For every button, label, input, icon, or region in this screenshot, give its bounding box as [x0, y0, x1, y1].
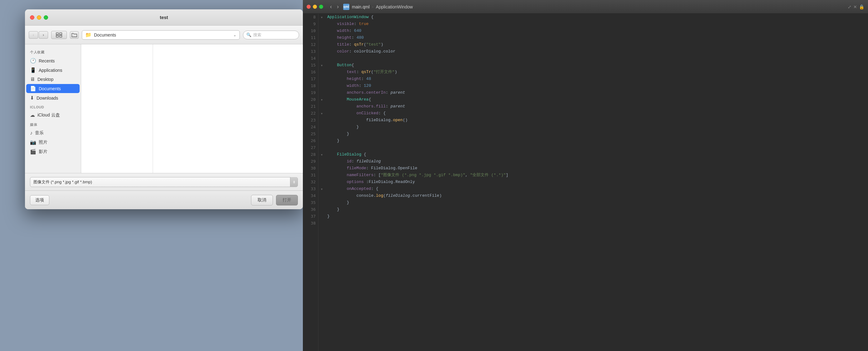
code-token: ApplicationWindow [327, 14, 369, 21]
sidebar-item-movies[interactable]: 🎬 影片 [26, 147, 80, 156]
sidebar-item-recents[interactable]: 🕐 Recents [26, 56, 80, 65]
code-token: : [385, 89, 391, 96]
line-number: 17 [311, 75, 316, 83]
code-line: width: 120 [327, 83, 868, 89]
file-dialog: test ‹ › 📁 Documents ⌄ 🔍 搜索 [25, 9, 303, 209]
fold-arrow[interactable]: ▾ [320, 151, 323, 158]
line-number: 35 [311, 199, 316, 206]
code-content[interactable]: ApplicationWindow { visible: true width:… [325, 14, 868, 351]
code-line: } [327, 206, 868, 213]
line-number: 33 [311, 186, 316, 192]
fold-arrow [320, 75, 323, 83]
line-number: 22 [311, 110, 316, 117]
fold-arrow [320, 199, 323, 206]
close-button[interactable] [30, 15, 34, 20]
view-toggle-button[interactable] [51, 31, 67, 39]
fold-arrow [320, 34, 323, 41]
qt-forward-button[interactable]: › [335, 3, 341, 11]
fold-arrow [320, 48, 323, 55]
toolbar: ‹ › 📁 Documents ⌄ 🔍 搜索 [25, 26, 303, 44]
window-title: test [160, 15, 168, 20]
qt-maximize-button[interactable] [319, 5, 323, 9]
code-token: ) [395, 69, 397, 75]
fold-arrow [320, 131, 323, 137]
fold-arrow[interactable]: ▾ [320, 14, 323, 21]
qt-close-icon[interactable]: ✕ [853, 4, 857, 9]
downloads-icon: ⬇ [30, 95, 34, 101]
code-token: "test" [366, 41, 381, 48]
sidebar-label-applications: Applications [39, 68, 62, 73]
qt-expand-icon[interactable]: ⤢ [848, 4, 851, 9]
fold-arrow[interactable]: ▾ [320, 96, 323, 103]
line-number: 8 [313, 14, 316, 21]
location-bar[interactable]: 📁 Documents ⌄ [82, 30, 240, 40]
code-line: ApplicationWindow { [327, 14, 868, 21]
fold-arrow [320, 83, 323, 89]
fold-arrow [320, 179, 323, 186]
file-type-select[interactable]: 图像文件 (*.png *.jpg *.gif *.bmp) [30, 177, 298, 187]
sidebar-item-desktop[interactable]: 🖥 Desktop [26, 75, 80, 84]
code-line: options :FileDialog.ReadOnly [327, 179, 868, 186]
qt-back-button[interactable]: ‹ [328, 3, 334, 11]
code-line: MouseArea{ [327, 96, 868, 103]
code-token: visible [327, 21, 354, 28]
music-icon: ♪ [30, 130, 32, 136]
fold-arrow [320, 28, 323, 34]
code-token: : [366, 165, 371, 172]
qt-lock-icon[interactable]: 🔒 [859, 4, 864, 9]
sidebar-item-music[interactable]: ♪ 音乐 [26, 129, 80, 137]
open-button[interactable]: 打开 [276, 195, 298, 205]
code-token: } [327, 131, 349, 137]
line-numbers: 8910111213141516171819202122232425262728… [303, 14, 318, 351]
forward-button[interactable]: › [39, 31, 48, 39]
code-token: : [385, 103, 391, 110]
sidebar-item-downloads[interactable]: ⬇ Downloads [26, 93, 80, 102]
code-token: console [327, 192, 373, 199]
code-token: anchors.centerIn [327, 89, 385, 96]
qt-minimize-button[interactable] [313, 5, 317, 9]
search-placeholder: 搜索 [253, 32, 261, 38]
qt-creator-title-bar: ‹ › qml main.qml › ApplicationWindow ⤢ ✕… [303, 0, 868, 14]
fold-arrow[interactable]: ▾ [320, 62, 323, 69]
sidebar-item-applications[interactable]: 📱 Applications [26, 66, 80, 75]
sidebar-item-icloud[interactable]: ☁ iCloud 云盘 [26, 110, 80, 120]
code-token: parent [391, 89, 405, 96]
folder-icon: 📁 [85, 32, 91, 38]
code-token: height [327, 75, 361, 83]
cancel-button[interactable]: 取消 [251, 195, 273, 205]
code-token: .currentFile) [410, 192, 441, 199]
code-token: width [327, 28, 349, 34]
code-line: } [327, 137, 868, 144]
line-number: 30 [311, 165, 316, 172]
back-button[interactable]: ‹ [29, 31, 38, 39]
code-line: anchors.fill: parent [327, 103, 868, 110]
code-token: :FileDialog.ReadOnly [364, 179, 415, 186]
file-column-empty [153, 44, 303, 173]
maximize-button[interactable] [44, 15, 48, 20]
code-line [327, 55, 868, 62]
content-area: 个人收藏 🕐 Recents 📱 Applications 🖥 Desktop … [25, 44, 303, 173]
line-number: 36 [311, 206, 316, 213]
search-bar[interactable]: 🔍 搜索 [243, 31, 299, 39]
sidebar-item-photos[interactable]: 📷 照片 [26, 138, 80, 147]
code-token: options [327, 179, 364, 186]
select-dropdown-icon [290, 177, 298, 187]
code-token: text [327, 69, 356, 75]
code-token: : [349, 28, 354, 34]
sidebar-item-documents[interactable]: 📄 Documents [26, 84, 80, 93]
sidebar-label-recents: Recents [39, 58, 55, 63]
code-line: onClicked: { [327, 110, 868, 117]
options-button[interactable]: 选项 [30, 195, 49, 205]
minimize-button[interactable] [37, 15, 41, 20]
fold-arrow[interactable]: ▾ [320, 186, 323, 192]
fold-arrow[interactable]: ▾ [320, 110, 323, 117]
column-view [81, 44, 303, 173]
sidebar-label-downloads: Downloads [36, 96, 58, 101]
code-line: anchors.centerIn: parent [327, 89, 868, 96]
qt-close-button[interactable] [307, 5, 311, 9]
fold-arrow [320, 124, 323, 131]
folder-button[interactable] [70, 31, 79, 39]
code-token: : [351, 34, 356, 41]
code-token: log [376, 192, 383, 199]
code-token: } [327, 199, 349, 206]
